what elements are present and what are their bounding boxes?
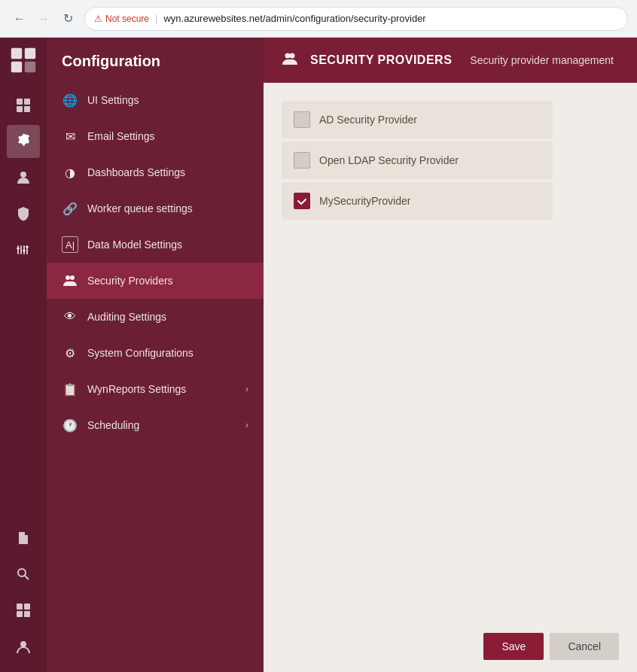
- cancel-button[interactable]: Cancel: [550, 633, 619, 660]
- forward-button[interactable]: →: [33, 8, 54, 29]
- sidebar-item-ui-settings[interactable]: 🌐 UI Settings: [47, 82, 264, 118]
- chart-icon: ◑: [62, 164, 78, 181]
- svg-rect-3: [25, 62, 35, 72]
- nav-label-data-model: Data Model Settings: [87, 239, 182, 251]
- app-container: Configuration 🌐 UI Settings ✉ Email Sett…: [0, 38, 637, 672]
- eye-icon: 👁: [62, 309, 78, 325]
- provider-item-ad[interactable]: AD Security Provider: [282, 101, 553, 138]
- sidebar-icon-apps[interactable]: [7, 594, 40, 627]
- svg-line-17: [25, 576, 29, 579]
- sidebar-item-security-providers[interactable]: Security Providers: [47, 263, 264, 299]
- svg-rect-20: [17, 611, 23, 617]
- globe-icon: 🌐: [62, 92, 78, 108]
- svg-point-25: [285, 53, 291, 58]
- ldap-provider-checkbox[interactable]: [294, 152, 310, 169]
- nav-label-auditing-settings: Auditing Settings: [87, 311, 166, 323]
- nav-label-worker-queue: Worker queue settings: [87, 202, 193, 214]
- svg-rect-7: [24, 106, 30, 112]
- nav-label-system-configurations: System Configurations: [87, 347, 194, 359]
- sidebar-item-email-settings[interactable]: ✉ Email Settings: [47, 118, 264, 154]
- svg-rect-14: [23, 250, 26, 251]
- model-icon: A|: [62, 236, 78, 253]
- svg-rect-0: [11, 48, 22, 59]
- not-secure-indicator: ⚠ Not secure: [94, 14, 149, 24]
- sidebar-icon-sliders[interactable]: [7, 233, 40, 266]
- svg-rect-10: [20, 245, 22, 254]
- svg-rect-21: [24, 611, 30, 617]
- main-content: SECURITY PROVIDERS Security provider man…: [264, 38, 637, 672]
- svg-point-26: [290, 53, 295, 58]
- svg-rect-4: [17, 99, 23, 105]
- ad-provider-checkbox[interactable]: [294, 111, 310, 128]
- svg-rect-1: [25, 48, 35, 59]
- svg-point-8: [20, 172, 26, 178]
- ad-provider-label: AD Security Provider: [319, 114, 417, 126]
- sidebar-icon-profile[interactable]: [7, 630, 40, 663]
- sidebar-item-worker-queue[interactable]: 🔗 Worker queue settings: [47, 190, 264, 227]
- scheduling-chevron-icon: ›: [245, 420, 248, 430]
- config-sidebar: Configuration 🌐 UI Settings ✉ Email Sett…: [47, 38, 264, 672]
- config-sidebar-title: Configuration: [47, 38, 264, 82]
- svg-rect-13: [17, 248, 20, 249]
- svg-rect-18: [17, 604, 23, 610]
- nav-label-wynreports-settings: WynReports Settings: [87, 383, 186, 395]
- main-header-title: SECURITY PROVIDERS: [310, 53, 452, 67]
- svg-rect-15: [26, 246, 29, 248]
- svg-point-22: [20, 641, 26, 647]
- provider-list: AD Security Provider Open LDAP Security …: [282, 101, 553, 220]
- nav-buttons: ← → ↻: [9, 8, 78, 29]
- sidebar-icon-document[interactable]: [7, 521, 40, 555]
- security-providers-icon: [62, 272, 78, 289]
- header-security-icon: [282, 50, 298, 71]
- url-display: wyn.azurewebsites.net/admin/configuratio…: [163, 13, 425, 24]
- svg-rect-19: [24, 604, 30, 610]
- providers-area: AD Security Provider Open LDAP Security …: [264, 83, 637, 621]
- svg-point-24: [70, 275, 75, 280]
- email-icon: ✉: [62, 128, 78, 144]
- settings-icon: ⚙: [62, 345, 78, 361]
- sidebar-item-dashboards-settings[interactable]: ◑ Dashboards Settings: [47, 154, 264, 190]
- footer-actions: Save Cancel: [264, 621, 637, 672]
- icon-sidebar: [0, 38, 47, 672]
- app-logo: [10, 47, 37, 74]
- nav-label-dashboards-settings: Dashboards Settings: [87, 166, 185, 178]
- main-header-subtitle: Security provider management: [470, 54, 614, 66]
- sidebar-item-scheduling[interactable]: 🕐 Scheduling ›: [47, 407, 264, 443]
- provider-item-ldap[interactable]: Open LDAP Security Provider: [282, 141, 553, 179]
- sidebar-item-system-configurations[interactable]: ⚙ System Configurations: [47, 335, 264, 371]
- my-provider-checkbox[interactable]: [294, 193, 310, 209]
- nav-label-email-settings: Email Settings: [87, 130, 154, 142]
- sidebar-icon-search[interactable]: [7, 558, 40, 591]
- address-bar[interactable]: ⚠ Not secure | wyn.azurewebsites.net/adm…: [84, 7, 628, 31]
- refresh-button[interactable]: ↻: [57, 8, 78, 29]
- icon-sidebar-bottom: [7, 521, 40, 663]
- url-separator: |: [155, 13, 157, 24]
- my-provider-label: MySecurityProvider: [319, 195, 410, 207]
- provider-item-my[interactable]: MySecurityProvider: [282, 182, 553, 220]
- clock-icon: 🕐: [62, 417, 78, 433]
- sidebar-icon-gear[interactable]: [7, 125, 40, 158]
- nav-label-ui-settings: UI Settings: [87, 94, 139, 106]
- warning-icon: ⚠: [94, 14, 102, 24]
- browser-bar: ← → ↻ ⚠ Not secure | wyn.azurewebsites.n…: [0, 0, 637, 38]
- sidebar-icon-shield[interactable]: [7, 197, 40, 230]
- sidebar-item-data-model[interactable]: A| Data Model Settings: [47, 227, 264, 263]
- svg-point-23: [66, 275, 70, 280]
- svg-point-16: [18, 569, 26, 576]
- svg-rect-5: [24, 99, 30, 105]
- sidebar-icon-user[interactable]: [7, 161, 40, 194]
- back-button[interactable]: ←: [9, 8, 30, 29]
- sidebar-item-wynreports-settings[interactable]: 📋 WynReports Settings ›: [47, 371, 264, 407]
- save-button[interactable]: Save: [483, 633, 544, 660]
- report-icon: 📋: [62, 381, 78, 397]
- svg-rect-6: [17, 106, 23, 112]
- nav-label-scheduling: Scheduling: [87, 419, 139, 431]
- main-header: SECURITY PROVIDERS Security provider man…: [264, 38, 637, 83]
- svg-rect-9: [17, 245, 19, 254]
- nav-label-security-providers: Security Providers: [87, 275, 173, 287]
- wynreports-chevron-icon: ›: [245, 384, 248, 394]
- sidebar-item-auditing-settings[interactable]: 👁 Auditing Settings: [47, 299, 264, 335]
- ldap-provider-label: Open LDAP Security Provider: [319, 154, 459, 166]
- sidebar-icon-dashboard[interactable]: [7, 89, 40, 122]
- link-icon: 🔗: [62, 200, 78, 217]
